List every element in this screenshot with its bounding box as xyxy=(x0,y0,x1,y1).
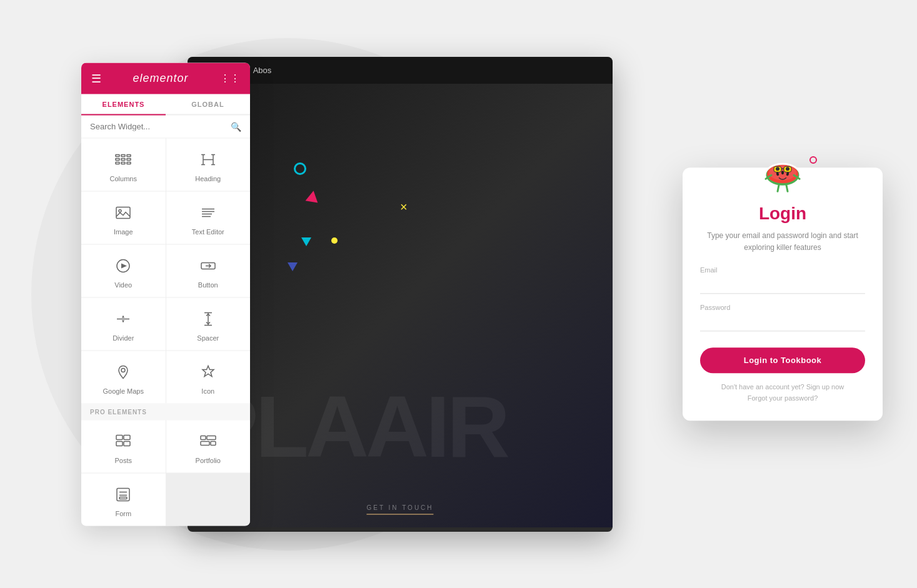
menu-icon[interactable]: ☰ xyxy=(91,71,101,85)
svg-rect-40 xyxy=(201,441,209,445)
video-icon xyxy=(113,256,133,276)
svg-point-56 xyxy=(776,167,779,171)
svg-rect-5 xyxy=(127,158,131,160)
float-circle-teal xyxy=(294,162,306,175)
svg-rect-2 xyxy=(127,154,131,156)
columns-icon xyxy=(113,149,133,169)
password-label: Password xyxy=(700,304,865,311)
svg-line-61 xyxy=(786,185,788,191)
svg-rect-34 xyxy=(116,435,123,439)
element-video[interactable]: Video xyxy=(81,244,166,297)
svg-point-17 xyxy=(119,209,121,212)
search-input[interactable] xyxy=(90,122,231,131)
preview-bottom-label: GET IN TOUCH xyxy=(366,504,433,515)
svg-rect-16 xyxy=(116,207,130,218)
panel-header: ☰ elementor ⋮⋮ xyxy=(81,62,250,94)
svg-rect-36 xyxy=(116,441,123,446)
svg-point-32 xyxy=(121,368,125,372)
google-maps-icon xyxy=(113,362,133,382)
tab-global[interactable]: GLOBAL xyxy=(166,94,250,114)
element-spacer-label: Spacer xyxy=(197,334,219,341)
svg-rect-37 xyxy=(124,441,130,446)
login-subtitle: Type your email and password login and s… xyxy=(683,230,883,254)
element-posts-label: Posts xyxy=(114,456,132,464)
login-mascot xyxy=(758,149,808,199)
element-spacer[interactable]: Spacer xyxy=(166,297,251,350)
preview-background: PLAAIR GET IN TOUCH xyxy=(188,84,613,527)
panel-logo: elementor xyxy=(133,72,188,85)
element-divider-label: Divider xyxy=(113,334,134,341)
element-divider[interactable]: Divider xyxy=(81,297,166,350)
login-form: Email Password Login to Tookbook Don't h… xyxy=(683,266,883,406)
form-icon xyxy=(113,484,133,504)
grid-icon[interactable]: ⋮⋮ xyxy=(220,72,240,84)
watermelon-mascot-svg xyxy=(758,149,808,199)
heading-icon xyxy=(198,149,218,169)
svg-marker-27 xyxy=(122,315,124,317)
svg-rect-4 xyxy=(121,158,125,160)
tab-elements[interactable]: ELEMENTS xyxy=(81,94,166,115)
element-columns-label: Columns xyxy=(110,174,137,182)
svg-rect-7 xyxy=(121,162,125,164)
svg-rect-0 xyxy=(116,154,119,156)
float-triangle-teal xyxy=(301,237,311,246)
svg-rect-41 xyxy=(211,441,216,445)
login-card: Login Type your email and password login… xyxy=(683,167,883,421)
svg-rect-45 xyxy=(119,497,127,499)
panel-tabs: ELEMENTS GLOBAL xyxy=(81,94,250,115)
svg-point-57 xyxy=(786,167,789,171)
element-columns[interactable]: Columns xyxy=(81,138,166,191)
svg-rect-38 xyxy=(201,436,206,439)
spacer-icon xyxy=(198,309,218,329)
svg-rect-1 xyxy=(121,154,125,156)
elementor-panel: ☰ elementor ⋮⋮ ELEMENTS GLOBAL 🔍 xyxy=(81,62,250,526)
element-button[interactable]: Button xyxy=(166,244,251,297)
element-form-label: Form xyxy=(115,509,131,517)
element-image-label: Image xyxy=(114,227,133,235)
svg-rect-6 xyxy=(116,162,119,164)
panel-search-bar: 🔍 xyxy=(81,115,250,138)
svg-marker-23 xyxy=(121,263,127,268)
element-text-editor[interactable]: Text Editor xyxy=(166,191,251,244)
svg-marker-33 xyxy=(203,366,214,376)
portfolio-icon xyxy=(198,431,218,451)
element-portfolio[interactable]: Portfolio xyxy=(166,420,251,472)
button-icon xyxy=(198,256,218,276)
pro-elements-header: PRO ELEMENTS xyxy=(81,403,250,420)
svg-line-60 xyxy=(778,185,779,191)
svg-rect-3 xyxy=(116,158,119,160)
preview-nav: ☰ Home Abos xyxy=(188,57,613,84)
login-button[interactable]: Login to Tookbook xyxy=(700,347,865,373)
svg-rect-35 xyxy=(124,435,130,439)
float-x-yellow: × xyxy=(400,200,408,214)
email-label: Email xyxy=(700,266,865,274)
element-portfolio-label: Portfolio xyxy=(196,456,221,464)
svg-point-51 xyxy=(781,171,784,174)
element-image[interactable]: Image xyxy=(81,191,166,244)
element-heading-label: Heading xyxy=(195,174,221,182)
elements-grid: Columns Heading xyxy=(81,138,250,403)
element-posts[interactable]: Posts xyxy=(81,420,166,472)
float-triangle-blue xyxy=(288,262,298,271)
password-input[interactable] xyxy=(700,314,865,331)
image-icon xyxy=(113,202,133,222)
posts-icon xyxy=(113,431,133,451)
float-circle-outline xyxy=(809,156,817,164)
login-title: Login xyxy=(759,204,806,224)
element-google-maps[interactable]: Google Maps xyxy=(81,351,166,403)
email-input[interactable] xyxy=(700,276,865,294)
element-google-maps-label: Google Maps xyxy=(103,387,144,394)
element-heading[interactable]: Heading xyxy=(166,138,251,191)
forgot-password-link[interactable]: Forgot your password? xyxy=(700,394,865,402)
text-editor-icon xyxy=(198,202,218,222)
float-circle-yellow xyxy=(331,237,338,244)
divider-icon xyxy=(113,309,133,329)
element-icon-label: Icon xyxy=(201,387,214,394)
element-button-label: Button xyxy=(198,281,218,288)
element-form[interactable]: Form xyxy=(81,473,166,526)
element-icon[interactable]: Icon xyxy=(166,351,251,403)
pro-elements-grid: Posts Portfolio xyxy=(81,420,250,526)
signup-link[interactable]: Don't have an account yet? Sign up now xyxy=(700,383,865,391)
nav-link-abos: Abos xyxy=(253,66,272,75)
float-triangle-pink xyxy=(306,189,320,202)
